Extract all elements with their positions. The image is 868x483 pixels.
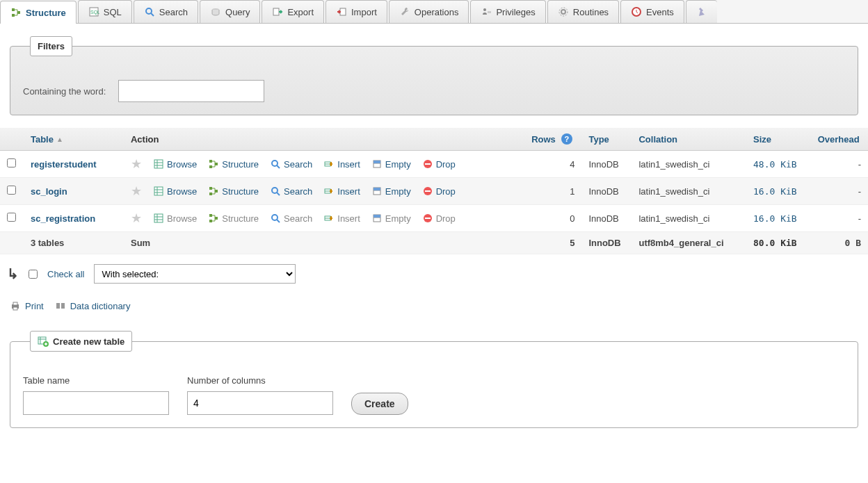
tab-more[interactable] <box>686 0 717 23</box>
col-table[interactable]: Table ▲ <box>24 128 124 151</box>
with-selected-select[interactable]: With selected: <box>94 264 296 284</box>
wrench-icon <box>399 6 410 17</box>
drop-link[interactable]: Drop <box>422 213 456 224</box>
col-rows[interactable]: Rows? <box>524 128 581 151</box>
browse-icon <box>153 213 164 224</box>
svg-rect-37 <box>215 190 218 193</box>
row-checkbox[interactable] <box>7 158 16 167</box>
insert-icon <box>323 186 335 197</box>
tab-label: Routines <box>573 7 609 17</box>
print-icon <box>10 300 21 311</box>
tab-label: SQL <box>104 7 122 17</box>
browse-link[interactable]: Browse <box>153 186 197 197</box>
structure-icon <box>208 158 219 170</box>
svg-point-5 <box>146 8 152 14</box>
svg-point-22 <box>272 161 278 166</box>
structure-link[interactable]: Structure <box>208 213 259 224</box>
create-table-legend: Create new table <box>30 331 132 352</box>
summary-overhead: 0 B <box>811 232 868 254</box>
col-overhead[interactable]: Overhead <box>811 128 868 151</box>
drop-link[interactable]: Drop <box>422 186 456 197</box>
svg-rect-46 <box>425 190 431 192</box>
tab-sql[interactable]: SQL SQL <box>78 0 132 23</box>
check-all-checkbox[interactable] <box>29 270 38 279</box>
new-table-icon <box>38 336 49 347</box>
tab-label: Export <box>287 7 314 17</box>
tab-structure[interactable]: Structure <box>0 1 77 24</box>
check-all-link[interactable]: Check all <box>47 269 84 279</box>
svg-point-38 <box>272 188 278 193</box>
tab-import[interactable]: Import <box>326 0 387 23</box>
svg-line-6 <box>151 13 154 16</box>
tab-search[interactable]: Search <box>134 0 198 23</box>
search-icon <box>270 213 281 224</box>
table-name-label: Table name <box>23 375 169 386</box>
table-name-input[interactable] <box>23 391 169 415</box>
search-link[interactable]: Search <box>270 158 312 170</box>
svg-rect-53 <box>215 217 218 220</box>
tab-label: Privileges <box>496 7 535 17</box>
svg-line-39 <box>277 193 280 195</box>
svg-rect-31 <box>154 187 163 195</box>
insert-link[interactable]: Insert <box>323 186 360 197</box>
columns-count-input[interactable] <box>187 391 333 415</box>
browse-link[interactable]: Browse <box>153 213 197 224</box>
gear-icon <box>558 6 569 17</box>
col-checkbox <box>0 128 24 151</box>
print-link[interactable]: Print <box>10 300 44 311</box>
structure-link[interactable]: Structure <box>208 186 259 197</box>
browse-icon <box>153 158 164 170</box>
favorite-star-icon[interactable]: ★ <box>131 183 142 199</box>
col-collation[interactable]: Collation <box>632 128 746 151</box>
query-icon <box>210 6 221 17</box>
summary-collation: utf8mb4_general_ci <box>632 232 746 254</box>
export-icon <box>272 6 283 17</box>
search-icon <box>270 158 281 170</box>
tab-privileges[interactable]: Privileges <box>470 0 545 23</box>
search-link[interactable]: Search <box>270 186 312 197</box>
tab-label: Operations <box>415 7 459 17</box>
col-size[interactable]: Size <box>746 128 811 151</box>
dictionary-icon <box>55 300 66 311</box>
favorite-star-icon[interactable]: ★ <box>131 211 142 226</box>
col-type[interactable]: Type <box>581 128 632 151</box>
col-action: Action <box>124 128 524 151</box>
tab-export[interactable]: Export <box>262 0 324 23</box>
empty-icon <box>371 158 383 170</box>
table-name-link[interactable]: registerstudent <box>31 159 97 170</box>
overhead-value: - <box>811 151 868 178</box>
search-link[interactable]: Search <box>270 213 312 224</box>
structure-link[interactable]: Structure <box>208 158 259 170</box>
table-name-link[interactable]: sc_login <box>31 186 67 197</box>
svg-point-12 <box>561 10 565 14</box>
insert-link[interactable]: Insert <box>323 158 360 170</box>
drop-icon <box>422 186 433 197</box>
row-checkbox[interactable] <box>7 213 16 222</box>
empty-link[interactable]: Empty <box>371 158 411 170</box>
drop-link[interactable]: Drop <box>422 158 456 170</box>
row-checkbox[interactable] <box>7 186 16 195</box>
overhead-value: - <box>811 205 868 232</box>
table-name-link[interactable]: sc_registration <box>31 213 95 224</box>
svg-rect-2 <box>17 11 20 14</box>
tab-operations[interactable]: Operations <box>389 0 469 23</box>
insert-link[interactable]: Insert <box>323 213 360 224</box>
top-tabs: Structure SQL SQL Search Query Export Im… <box>0 0 868 24</box>
rows-value: 4 <box>524 151 581 178</box>
tab-routines[interactable]: Routines <box>547 0 619 23</box>
summary-row: 3 tablesSum5InnoDButf8mb4_general_ci80.0… <box>0 232 868 254</box>
svg-rect-66 <box>56 303 60 309</box>
data-dictionary-link[interactable]: Data dictionary <box>55 300 131 311</box>
svg-rect-36 <box>209 193 212 195</box>
create-table-fieldset: Create new table Table name Number of co… <box>10 331 858 428</box>
type-value: InnoDB <box>581 151 632 178</box>
favorite-star-icon[interactable]: ★ <box>131 156 142 172</box>
filter-input[interactable] <box>118 80 264 102</box>
empty-link[interactable]: Empty <box>371 186 411 197</box>
help-icon[interactable]: ? <box>561 133 572 145</box>
create-button[interactable]: Create <box>351 393 408 415</box>
tab-events[interactable]: Events <box>620 0 684 23</box>
empty-link[interactable]: Empty <box>371 213 411 224</box>
browse-link[interactable]: Browse <box>153 158 197 170</box>
tab-query[interactable]: Query <box>200 0 260 23</box>
